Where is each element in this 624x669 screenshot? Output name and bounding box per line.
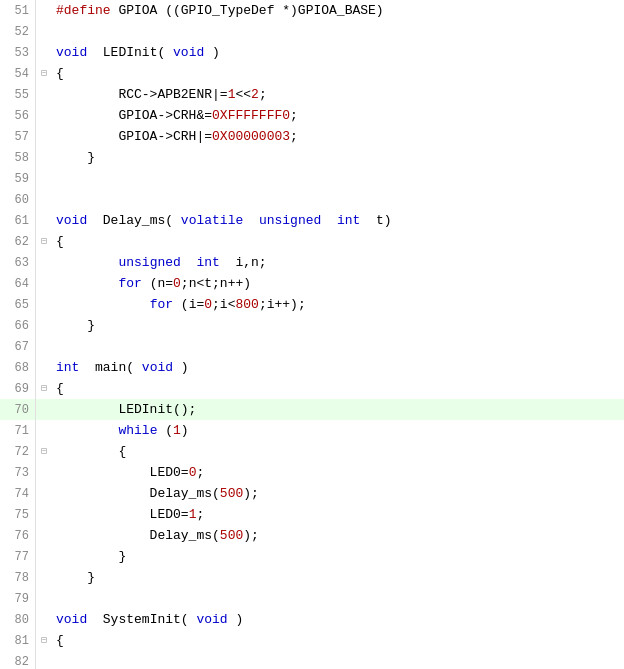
line-row: 52 (0, 21, 624, 42)
line-row: 58 } (0, 147, 624, 168)
line-content: while (1) (52, 420, 624, 441)
line-row: 70 LEDInit(); (0, 399, 624, 420)
fold-icon[interactable] (36, 315, 52, 336)
fold-icon[interactable] (36, 357, 52, 378)
line-content: { (52, 63, 624, 84)
line-number: 52 (0, 21, 36, 42)
fold-icon[interactable] (36, 21, 52, 42)
fold-icon[interactable] (36, 420, 52, 441)
line-row: 66 } (0, 315, 624, 336)
fold-icon[interactable] (36, 525, 52, 546)
line-number: 64 (0, 273, 36, 294)
line-row: 60 (0, 189, 624, 210)
fold-icon[interactable] (36, 336, 52, 357)
line-content: } (52, 546, 624, 567)
line-number: 63 (0, 252, 36, 273)
fold-icon[interactable]: ⊟ (36, 231, 52, 252)
line-row: 68int main( void ) (0, 357, 624, 378)
line-number: 79 (0, 588, 36, 609)
line-row: 71 while (1) (0, 420, 624, 441)
fold-icon[interactable] (36, 588, 52, 609)
line-number: 51 (0, 0, 36, 21)
line-number: 75 (0, 504, 36, 525)
line-content (52, 651, 624, 669)
line-number: 67 (0, 336, 36, 357)
fold-icon[interactable] (36, 147, 52, 168)
fold-icon[interactable] (36, 252, 52, 273)
line-content (52, 588, 624, 609)
line-content: } (52, 315, 624, 336)
line-row: 56 GPIOA->CRH&=0XFFFFFFF0; (0, 105, 624, 126)
line-content: void LEDInit( void ) (52, 42, 624, 63)
fold-icon[interactable]: ⊟ (36, 441, 52, 462)
line-content: for (i=0;i<800;i++); (52, 294, 624, 315)
line-number: 72 (0, 441, 36, 462)
line-content: } (52, 567, 624, 588)
fold-icon[interactable]: ⊟ (36, 63, 52, 84)
line-row: 80void SystemInit( void ) (0, 609, 624, 630)
line-content: #define GPIOA ((GPIO_TypeDef *)GPIOA_BAS… (52, 0, 624, 21)
line-content (52, 189, 624, 210)
fold-icon[interactable]: ⊟ (36, 378, 52, 399)
line-number: 55 (0, 84, 36, 105)
line-number: 54 (0, 63, 36, 84)
line-row: 74 Delay_ms(500); (0, 483, 624, 504)
line-number: 70 (0, 399, 36, 420)
line-content: for (n=0;n<t;n++) (52, 273, 624, 294)
line-row: 63 unsigned int i,n; (0, 252, 624, 273)
line-content: void Delay_ms( volatile unsigned int t) (52, 210, 624, 231)
fold-icon[interactable] (36, 0, 52, 21)
fold-icon[interactable] (36, 126, 52, 147)
line-row: 67 (0, 336, 624, 357)
line-row: 64 for (n=0;n<t;n++) (0, 273, 624, 294)
fold-icon[interactable] (36, 567, 52, 588)
fold-icon[interactable] (36, 504, 52, 525)
fold-icon[interactable] (36, 609, 52, 630)
line-content: LEDInit(); (52, 399, 624, 420)
line-content: { (52, 231, 624, 252)
line-number: 57 (0, 126, 36, 147)
fold-icon[interactable] (36, 210, 52, 231)
line-row: 81⊟{ (0, 630, 624, 651)
line-number: 82 (0, 651, 36, 669)
line-row: 51#define GPIOA ((GPIO_TypeDef *)GPIOA_B… (0, 0, 624, 21)
fold-icon[interactable] (36, 462, 52, 483)
fold-icon[interactable] (36, 399, 52, 420)
code-container: 51#define GPIOA ((GPIO_TypeDef *)GPIOA_B… (0, 0, 624, 669)
line-number: 61 (0, 210, 36, 231)
line-content (52, 21, 624, 42)
fold-icon[interactable] (36, 105, 52, 126)
fold-icon[interactable] (36, 483, 52, 504)
fold-icon[interactable] (36, 84, 52, 105)
line-content: RCC->APB2ENR|=1<<2; (52, 84, 624, 105)
line-content (52, 168, 624, 189)
line-row: 77 } (0, 546, 624, 567)
fold-icon[interactable] (36, 42, 52, 63)
line-content: { (52, 630, 624, 651)
line-number: 80 (0, 609, 36, 630)
fold-icon[interactable] (36, 273, 52, 294)
line-number: 66 (0, 315, 36, 336)
line-content: GPIOA->CRH&=0XFFFFFFF0; (52, 105, 624, 126)
line-row: 72⊟ { (0, 441, 624, 462)
fold-icon[interactable] (36, 189, 52, 210)
line-content: int main( void ) (52, 357, 624, 378)
line-number: 73 (0, 462, 36, 483)
fold-icon[interactable] (36, 168, 52, 189)
fold-icon[interactable] (36, 294, 52, 315)
line-row: 62⊟{ (0, 231, 624, 252)
line-row: 54⊟{ (0, 63, 624, 84)
fold-icon[interactable]: ⊟ (36, 630, 52, 651)
fold-icon[interactable] (36, 651, 52, 669)
line-number: 77 (0, 546, 36, 567)
line-number: 62 (0, 231, 36, 252)
line-row: 79 (0, 588, 624, 609)
line-content: { (52, 441, 624, 462)
line-content: LED0=1; (52, 504, 624, 525)
line-number: 65 (0, 294, 36, 315)
line-row: 78 } (0, 567, 624, 588)
line-content: { (52, 378, 624, 399)
line-content: void SystemInit( void ) (52, 609, 624, 630)
line-row: 57 GPIOA->CRH|=0X00000003; (0, 126, 624, 147)
fold-icon[interactable] (36, 546, 52, 567)
